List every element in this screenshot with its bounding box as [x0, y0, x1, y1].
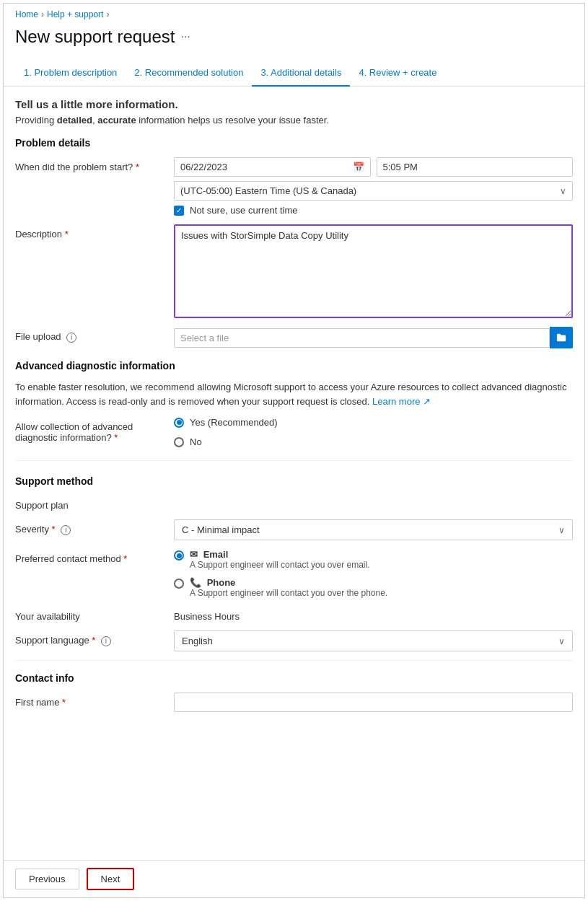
no-option-row[interactable]: No — [174, 436, 573, 447]
next-button[interactable]: Next — [87, 868, 135, 890]
contact-method-row: Preferred contact method * ✉ Email A Sup… — [15, 549, 573, 598]
availability-row: Your availability Business Hours — [15, 607, 573, 622]
required-marker: * — [52, 524, 56, 535]
email-icon: ✉ — [190, 549, 198, 560]
required-marker: * — [136, 162, 139, 172]
language-controls: English ∨ — [174, 630, 573, 651]
email-option-desc: A Support engineer will contact you over… — [190, 560, 369, 570]
required-marker: * — [114, 432, 118, 443]
step-additional[interactable]: 3. Additional details — [252, 61, 350, 87]
availability-value: Business Hours — [174, 607, 573, 622]
intro-description: Providing detailed, accurate information… — [15, 115, 573, 126]
first-name-controls — [174, 693, 573, 712]
steps-bar: 1. Problem description 2. Recommended so… — [4, 56, 584, 87]
yes-option-row[interactable]: Yes (Recommended) — [174, 417, 573, 428]
description-label: Description * — [15, 224, 174, 239]
chevron-down-icon: ∨ — [558, 636, 565, 646]
when-problem-controls: 06/22/2023 📅 5:05 PM (UTC-05:00) Eastern… — [174, 157, 573, 216]
support-plan-row: Support plan — [15, 496, 573, 511]
email-option[interactable]: ✉ Email A Support engineer will contact … — [174, 549, 573, 570]
file-browse-button[interactable] — [550, 327, 573, 348]
advanced-diagnostic-text: To enable faster resolution, we recommen… — [15, 380, 573, 408]
language-info-icon[interactable]: i — [101, 636, 111, 646]
severity-info-icon[interactable]: i — [61, 525, 71, 535]
availability-label: Your availability — [15, 607, 174, 622]
phone-radio[interactable] — [174, 579, 184, 589]
not-sure-checkbox[interactable] — [174, 206, 184, 216]
calendar-icon: 📅 — [353, 162, 364, 172]
first-name-label: First name * — [15, 693, 174, 708]
allow-collection-controls: Yes (Recommended) No — [174, 417, 573, 452]
required-marker: * — [62, 697, 66, 708]
availability-controls: Business Hours — [174, 607, 573, 622]
breadcrumb-home[interactable]: Home — [15, 9, 38, 19]
step-recommended[interactable]: 2. Recommended solution — [126, 61, 252, 87]
yes-label: Yes (Recommended) — [190, 417, 278, 428]
required-marker: * — [65, 229, 69, 239]
required-marker: * — [92, 635, 95, 646]
first-name-input[interactable] — [174, 693, 573, 712]
file-upload-controls: Select a file — [174, 327, 573, 348]
breadcrumb-help[interactable]: Help + support — [47, 9, 103, 19]
timezone-select[interactable]: (UTC-05:00) Eastern Time (US & Canada) ∨ — [174, 181, 573, 201]
phone-option[interactable]: 📞 Phone A Support engineer will contact … — [174, 577, 573, 598]
description-row: Description * Issues with StorSimple Dat… — [15, 224, 573, 318]
when-problem-label: When did the problem start? * — [15, 157, 174, 172]
severity-row: Severity * i C - Minimal impact ∨ — [15, 519, 573, 540]
required-marker: * — [123, 553, 127, 564]
email-option-text: ✉ Email A Support engineer will contact … — [190, 549, 369, 570]
learn-more-link[interactable]: Learn more ↗ — [372, 396, 431, 407]
more-options-icon[interactable]: ··· — [180, 30, 190, 43]
phone-option-desc: A Support engineer will contact you over… — [190, 588, 387, 598]
yes-radio[interactable] — [174, 418, 184, 428]
contact-method-label: Preferred contact method * — [15, 549, 174, 564]
intro-section: Tell us a little more information. Provi… — [15, 98, 573, 126]
not-sure-label: Not sure, use current time — [190, 205, 298, 216]
email-radio[interactable] — [174, 550, 184, 561]
breadcrumb-sep1: › — [41, 9, 44, 19]
support-method-header: Support method — [15, 475, 573, 487]
date-input[interactable]: 06/22/2023 📅 — [174, 157, 371, 177]
time-input[interactable]: 5:05 PM — [377, 157, 574, 177]
allow-collection-label: Allow collection of advanced diagnostic … — [15, 417, 174, 443]
problem-details-header: Problem details — [15, 137, 573, 149]
phone-option-text: 📞 Phone A Support engineer will contact … — [190, 577, 387, 598]
advanced-diagnostic-header: Advanced diagnostic information — [15, 360, 573, 372]
intro-heading: Tell us a little more information. — [15, 98, 573, 110]
severity-select[interactable]: C - Minimal impact ∨ — [174, 519, 573, 540]
phone-option-title: 📞 Phone — [190, 577, 387, 588]
folder-icon — [556, 333, 566, 343]
no-radio[interactable] — [174, 437, 184, 447]
contact-method-controls: ✉ Email A Support engineer will contact … — [174, 549, 573, 598]
file-upload-label: File upload i — [15, 327, 174, 343]
severity-label: Severity * i — [15, 519, 174, 535]
file-select-input[interactable]: Select a file — [174, 328, 550, 348]
footer-navigation: Previous Next — [4, 860, 584, 897]
previous-button[interactable]: Previous — [15, 869, 79, 889]
file-upload-row: File upload i Select a file — [15, 327, 573, 348]
not-sure-row[interactable]: Not sure, use current time — [174, 205, 573, 216]
email-option-title: ✉ Email — [190, 549, 369, 560]
language-label: Support language * i — [15, 630, 174, 646]
support-plan-label: Support plan — [15, 496, 174, 511]
file-upload-info-icon[interactable]: i — [66, 333, 76, 343]
page-title: New support request — [15, 27, 175, 47]
phone-icon: 📞 — [190, 577, 201, 588]
when-problem-row: When did the problem start? * 06/22/2023… — [15, 157, 573, 216]
no-label: No — [190, 436, 202, 447]
description-controls: Issues with StorSimple Data Copy Utility — [174, 224, 573, 318]
severity-controls: C - Minimal impact ∨ — [174, 519, 573, 540]
contact-info-header: Contact info — [15, 672, 573, 684]
step-problem[interactable]: 1. Problem description — [15, 61, 126, 87]
language-row: Support language * i English ∨ — [15, 630, 573, 651]
allow-collection-row: Allow collection of advanced diagnostic … — [15, 417, 573, 452]
chevron-down-icon: ∨ — [560, 186, 566, 196]
description-textarea[interactable]: Issues with StorSimple Data Copy Utility — [174, 224, 573, 318]
step-review[interactable]: 4. Review + create — [350, 61, 445, 87]
language-select[interactable]: English ∨ — [174, 630, 573, 651]
first-name-row: First name * — [15, 693, 573, 712]
chevron-down-icon: ∨ — [558, 525, 565, 535]
breadcrumb-sep2: › — [106, 9, 109, 19]
breadcrumb: Home › Help + support › — [4, 4, 584, 24]
